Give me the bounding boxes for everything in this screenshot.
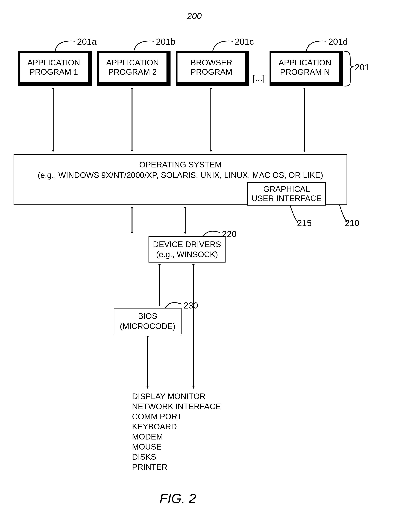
app4-l2: PROGRAM N [280,67,330,76]
figure-caption: FIG. 2 [159,491,196,506]
hw-disks: DISKS [132,452,221,462]
hw-commport: COMM PORT [132,411,221,422]
os-line2: (e.g., WINDOWS 9X/NT/2000/XP, SOLARIS, U… [38,171,323,180]
hardware-list: DISPLAY MONITOR NETWORK INTERFACE COMM P… [132,391,221,472]
app-box-4-label: APPLICATION PROGRAM N [271,53,339,82]
ellipsis: [...] [253,73,265,83]
app-box-3: BROWSER PROGRAM [176,51,249,86]
gui-line2: USER INTERFACE [252,194,321,203]
ref-201a: 201a [77,37,97,47]
app2-l2: PROGRAM 2 [108,67,157,76]
hw-display: DISPLAY MONITOR [132,391,221,401]
figure-number: 200 [183,11,205,21]
hw-network: NETWORK INTERFACE [132,401,221,411]
ref-215: 215 [297,218,312,228]
app3-l2: PROGRAM [190,67,232,76]
app-box-1: APPLICATION PROGRAM 1 [18,51,92,86]
os-line1: OPERATING SYSTEM [139,160,222,169]
drv-line2: (e.g., WINSOCK) [156,250,218,259]
app3-l1: BROWSER [190,58,232,67]
ref-210: 210 [345,218,359,228]
os-box: OPERATING SYSTEM (e.g., WINDOWS 9X/NT/20… [14,154,347,205]
app4-l1: APPLICATION [278,58,331,67]
bios-line2: (MICROCODE) [120,322,175,331]
figure-page: 200 APPLICATION PROGRAM 1 APPLICATION PR… [0,0,412,532]
app-box-4: APPLICATION PROGRAM N [270,51,343,86]
app-box-2: APPLICATION PROGRAM 2 [97,51,170,86]
app-box-1-label: APPLICATION PROGRAM 1 [20,53,88,82]
gui-line1: GRAPHICAL [263,184,310,193]
ref-201c: 201c [235,37,254,47]
ref-201-group: 201 [355,62,370,72]
bios-line1: BIOS [138,312,157,321]
app2-l1: APPLICATION [106,58,159,67]
ref-230: 230 [183,300,198,311]
bios-box: BIOS (MICROCODE) [114,308,182,334]
hw-printer: PRINTER [132,462,221,472]
hw-keyboard: KEYBOARD [132,422,221,432]
app1-l2: PROGRAM 1 [29,67,78,76]
drv-line1: DEVICE DRIVERS [153,240,221,249]
app-box-2-label: APPLICATION PROGRAM 2 [99,53,167,82]
hw-modem: MODEM [132,432,221,442]
device-drivers-box: DEVICE DRIVERS (e.g., WINSOCK) [148,236,226,263]
hw-mouse: MOUSE [132,442,221,452]
ref-201d: 201d [328,37,348,47]
ref-220: 220 [222,229,236,239]
gui-box: GRAPHICAL USER INTERFACE [247,182,326,206]
app1-l1: APPLICATION [27,58,80,67]
app-box-3-label: BROWSER PROGRAM [177,53,245,82]
ref-201b: 201b [156,37,176,47]
